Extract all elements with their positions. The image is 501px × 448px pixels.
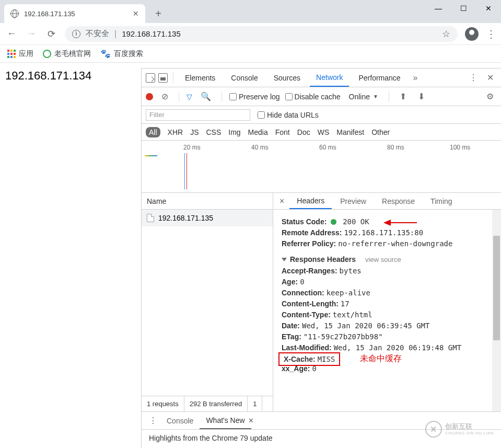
filter-icon[interactable]: ▽ — [187, 93, 192, 101]
url-text: 192.168.171.135 — [122, 29, 181, 38]
detail-tab-headers[interactable]: Headers — [289, 193, 332, 209]
address-bar: ← → ⟳ i 不安全 | 192.168.171.135 ☆ ⋮ — [0, 23, 501, 45]
detail-tabs: × Headers Preview Response Timing — [273, 193, 501, 210]
device-toolbar-icon[interactable] — [158, 73, 168, 83]
tab-strip: 192.168.171.135 ✕ + — ☐ ✕ — [0, 0, 501, 23]
drawer-tab-whatsnew[interactable]: What's New — [200, 412, 251, 429]
file-icon — [147, 214, 154, 222]
type-other[interactable]: Other — [371, 128, 390, 136]
type-ws[interactable]: WS — [318, 128, 330, 136]
watermark: ✕ 创新互联 CHUANG XIN HU LIAN — [425, 421, 494, 438]
scroll-thumb[interactable] — [493, 236, 500, 340]
view-source-link[interactable]: view source — [365, 256, 401, 263]
type-manifest[interactable]: Manifest — [336, 128, 364, 136]
baidu-icon: 🐾 — [100, 49, 111, 59]
new-tab-button[interactable]: + — [150, 6, 166, 21]
separator — [173, 73, 173, 83]
network-timeline[interactable]: 20 ms 40 ms 60 ms 80 ms 100 ms — [142, 141, 501, 193]
browser-tab[interactable]: 192.168.171.135 ✕ — [4, 4, 145, 23]
scrollbar[interactable] — [492, 210, 501, 411]
minimize-button[interactable]: — — [426, 0, 451, 17]
request-row[interactable]: 192.168.171.135 — [142, 210, 273, 226]
close-window-button[interactable]: ✕ — [476, 0, 501, 17]
watermark-icon: ✕ — [425, 421, 442, 438]
omnibox[interactable]: i 不安全 | 192.168.171.135 ☆ — [65, 26, 458, 42]
maximize-button[interactable]: ☐ — [451, 0, 476, 17]
request-name: 192.168.171.135 — [158, 214, 213, 222]
lmt-icon — [43, 50, 51, 58]
detail-tab-timing[interactable]: Timing — [423, 193, 460, 209]
drawer-tab-close-icon[interactable]: ✕ — [248, 417, 254, 424]
devtools-menu-icon[interactable]: ⋮ — [466, 73, 481, 83]
network-split: Name 192.168.171.135 1 requests 292 B tr… — [142, 193, 501, 411]
menu-icon[interactable]: ⋮ — [486, 28, 496, 40]
download-har-icon[interactable]: ⬇ — [415, 91, 428, 101]
type-doc[interactable]: Doc — [297, 128, 310, 136]
type-img[interactable]: Img — [228, 128, 240, 136]
resource-type-filters: All XHR JS CSS Img Media Font Doc WS Man… — [142, 124, 501, 141]
filter-input[interactable]: Filter — [146, 109, 250, 121]
apps-grid-icon — [7, 50, 16, 58]
close-tab-icon[interactable]: ✕ — [133, 9, 139, 18]
type-font[interactable]: Font — [275, 128, 290, 136]
close-detail-icon[interactable]: × — [275, 197, 288, 206]
type-media[interactable]: Media — [248, 128, 268, 136]
tab-performance[interactable]: Performance — [352, 68, 406, 87]
inspect-element-icon[interactable] — [146, 73, 155, 83]
type-all[interactable]: All — [146, 127, 160, 137]
record-icon[interactable] — [146, 93, 153, 100]
request-list-header[interactable]: Name — [142, 193, 273, 210]
clear-icon[interactable]: ⊘ — [158, 91, 171, 101]
drawer-tab-console[interactable]: Console — [160, 412, 200, 429]
disable-cache-checkbox[interactable]: Disable cache — [285, 93, 341, 101]
highlight-box: X-Cache:MISS — [278, 352, 340, 366]
tab-elements[interactable]: Elements — [179, 68, 222, 87]
back-button[interactable]: ← — [5, 28, 18, 40]
bookmark-star-icon[interactable]: ☆ — [442, 28, 450, 40]
security-label: 不安全 — [86, 29, 109, 39]
filter-bar: Filter Hide data URLs — [142, 106, 501, 124]
response-headers-section[interactable]: Response Headers — [290, 255, 356, 263]
apps-shortcut[interactable]: 应用 — [7, 49, 33, 59]
tab-console[interactable]: Console — [225, 68, 264, 87]
detail-tab-response[interactable]: Response — [375, 193, 422, 209]
network-toolbar: ⊘ ▽ 🔍 Preserve log Disable cache Online▼… — [142, 87, 501, 106]
separator: | — [114, 29, 116, 39]
detail-tab-preview[interactable]: Preview — [333, 193, 374, 209]
upload-har-icon[interactable]: ⬆ — [397, 91, 410, 101]
bookmark-lmt[interactable]: 老毛桃官网 — [43, 49, 91, 59]
devtools-close-icon[interactable]: ✕ — [484, 73, 497, 83]
request-count: 1 requests — [142, 396, 184, 411]
window-controls: — ☐ ✕ — [426, 0, 501, 17]
bookmark-lmt-label: 老毛桃官网 — [54, 49, 91, 59]
type-css[interactable]: CSS — [206, 128, 221, 136]
preserve-log-checkbox[interactable]: Preserve log — [229, 93, 280, 101]
caret-down-icon[interactable] — [282, 258, 287, 261]
throttling-select[interactable]: Online▼ — [346, 93, 381, 101]
status-code-value: 200 OK — [343, 217, 369, 226]
annotation-text: 未命中缓存 — [360, 353, 402, 364]
settings-gear-icon[interactable]: ⚙ — [483, 91, 497, 101]
tab-title: 192.168.171.135 — [24, 10, 127, 18]
devtools-panel: Elements Console Sources Network Perform… — [141, 68, 501, 448]
bookmark-bar: 应用 老毛桃官网 🐾 百度搜索 — [0, 45, 501, 63]
forward-button[interactable]: → — [25, 28, 38, 40]
profile-avatar-icon[interactable] — [465, 27, 479, 41]
info-icon[interactable]: i — [72, 30, 80, 38]
reload-button[interactable]: ⟳ — [45, 28, 57, 40]
tab-sources[interactable]: Sources — [267, 68, 307, 87]
bookmark-baidu-label: 百度搜索 — [114, 49, 143, 59]
search-icon[interactable]: 🔍 — [197, 91, 214, 101]
bookmark-baidu[interactable]: 🐾 百度搜索 — [100, 49, 143, 59]
type-xhr[interactable]: XHR — [168, 128, 183, 136]
more-tabs-icon[interactable]: » — [410, 73, 421, 83]
dom-loaded-marker — [184, 153, 185, 189]
hide-data-urls-checkbox[interactable]: Hide data URLs — [258, 111, 319, 119]
transferred-size: 292 B transferred — [184, 396, 248, 411]
type-js[interactable]: JS — [190, 128, 199, 136]
tab-network[interactable]: Network — [310, 68, 349, 87]
apps-label: 应用 — [19, 49, 33, 59]
detail-body[interactable]: Status Code: 200 OK Remote Address:192.1… — [273, 210, 501, 411]
drawer-menu-icon[interactable]: ⋮ — [146, 416, 160, 426]
request-footer: 1 requests 292 B transferred 1 — [142, 396, 273, 411]
